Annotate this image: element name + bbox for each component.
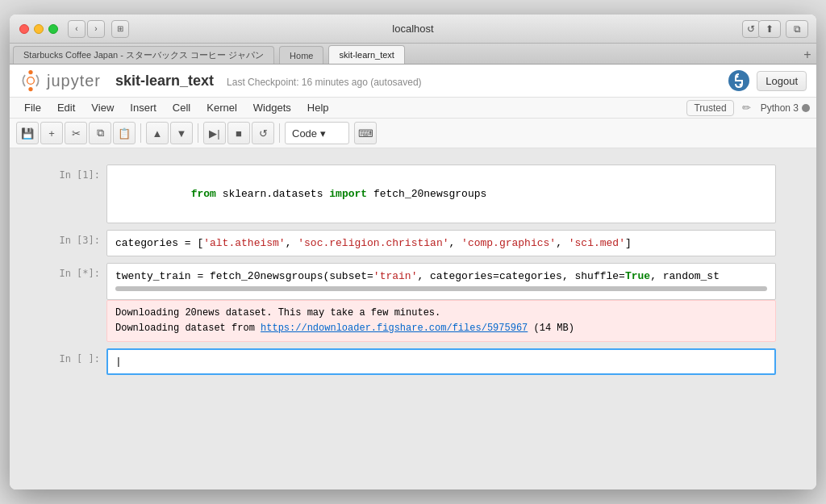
browser-window: ‹ › ⊞ localhost ↺ ⬆ ⧉ Starbucks Coffee J… — [10, 15, 816, 489]
tab-sklearn[interactable]: skit-learn_text — [328, 45, 404, 64]
toolbar-separator-1 — [140, 123, 141, 143]
notebook-area: In [1]: from sklearn.datasets import fet… — [10, 148, 816, 489]
nav-buttons: ‹ › — [68, 20, 105, 38]
cell-code-2: categories = ['alt.atheism', 'soc.religi… — [115, 235, 767, 252]
kernel-info: Python 3 — [761, 102, 810, 114]
window-icon: ⊞ — [111, 20, 129, 38]
cell-label-3: In [*]: — [50, 263, 106, 279]
cell-code-4[interactable]: | — [115, 354, 767, 370]
restart-button[interactable]: ↺ — [252, 122, 274, 144]
kernel-status-dot — [802, 104, 810, 112]
cell-1[interactable]: from sklearn.datasets import fetch_20new… — [106, 165, 776, 223]
jupyter-brand: jupyter — [47, 72, 101, 90]
jupyter-header: jupyter skit-learn_text Last Checkpoint:… — [10, 65, 816, 98]
cell-scroll-bar[interactable] — [115, 286, 767, 291]
svg-point-0 — [28, 70, 32, 74]
kernel-name: Python 3 — [761, 102, 799, 114]
traffic-lights — [19, 24, 58, 34]
title-bar: ‹ › ⊞ localhost ↺ ⬆ ⧉ — [10, 15, 816, 44]
logout-button[interactable]: Logout — [757, 71, 807, 91]
new-tab-button[interactable]: + — [799, 46, 816, 64]
header-right: Logout — [728, 69, 807, 92]
jupyter-logo: jupyter — [19, 69, 101, 92]
cell-code-3: twenty_train = fetch_20newsgroups(subset… — [115, 269, 767, 285]
menu-bar: File Edit View Insert Cell Kernel Widget… — [10, 98, 816, 119]
maximize-button[interactable] — [48, 24, 58, 34]
cut-button[interactable]: ✂ — [65, 122, 87, 144]
move-down-button[interactable]: ▼ — [170, 122, 193, 144]
stop-button[interactable]: ■ — [227, 122, 250, 144]
cell-container-3: In [*]: twenty_train = fetch_20newsgroup… — [50, 263, 776, 342]
share-buttons: ⬆ ⧉ — [758, 20, 808, 38]
cell-4[interactable]: | — [106, 348, 776, 376]
svg-point-1 — [28, 87, 32, 91]
tab-bar: Starbucks Coffee Japan - スターバックス コーヒー ジャ… — [10, 44, 816, 65]
run-step-button[interactable]: ▶| — [203, 122, 226, 144]
move-up-button[interactable]: ▲ — [146, 122, 169, 144]
cell-container-2: In [3]: categories = ['alt.atheism', 'so… — [50, 230, 776, 257]
menu-edit[interactable]: Edit — [49, 99, 83, 116]
toolbar: 💾 + ✂ ⧉ 📋 ▲ ▼ ▶| ■ ↺ Code ▾ ⌨ — [10, 119, 816, 148]
paste-button[interactable]: 📋 — [113, 122, 136, 144]
cell-container-4: In [ ]: | — [50, 348, 776, 376]
toolbar-separator-2 — [198, 123, 198, 143]
menu-view[interactable]: View — [83, 99, 122, 116]
save-button[interactable]: 💾 — [16, 122, 39, 144]
cell-output-3: Downloading 20news dataset. This may tak… — [106, 300, 776, 342]
copy-button[interactable]: ⧉ — [89, 122, 111, 144]
menu-widgets[interactable]: Widgets — [245, 99, 299, 116]
expand-button[interactable]: ⧉ — [786, 20, 808, 38]
reload-button[interactable]: ↺ — [742, 20, 760, 38]
jupyter-logo-icon — [19, 69, 42, 92]
window-title: localhost — [392, 23, 433, 35]
edit-pencil-icon[interactable]: ✏ — [742, 102, 751, 114]
menu-insert[interactable]: Insert — [122, 99, 165, 116]
close-button[interactable] — [19, 24, 29, 34]
python-logo-icon — [728, 69, 750, 92]
cell-label-4: In [ ]: — [50, 348, 106, 364]
cell-3[interactable]: twenty_train = fetch_20newsgroups(subset… — [106, 263, 776, 300]
cell-label-2: In [3]: — [50, 230, 106, 246]
svg-point-5 — [740, 84, 742, 86]
menu-cell[interactable]: Cell — [165, 99, 198, 116]
tab-starbucks[interactable]: Starbucks Coffee Japan - スターバックス コーヒー ジャ… — [13, 46, 274, 64]
output-link[interactable]: https://ndownloader.figshare.com/files/5… — [261, 323, 528, 334]
menu-file[interactable]: File — [16, 99, 49, 116]
cell-with-output-3: twenty_train = fetch_20newsgroups(subset… — [106, 263, 776, 342]
cell-type-dropdown[interactable]: Code ▾ — [285, 122, 349, 144]
cell-container-1: In [1]: from sklearn.datasets import fet… — [50, 165, 776, 223]
notebook-container: In [1]: from sklearn.datasets import fet… — [50, 165, 776, 375]
toolbar-separator-3 — [279, 123, 280, 143]
menu-kernel[interactable]: Kernel — [198, 99, 245, 116]
output-line-1: Downloading 20news dataset. This may tak… — [115, 306, 767, 321]
back-button[interactable]: ‹ — [68, 20, 86, 38]
minimize-button[interactable] — [34, 24, 44, 34]
add-cell-button[interactable]: + — [40, 122, 63, 144]
cell-label-1: In [1]: — [50, 165, 106, 181]
cell-code-1: from sklearn.datasets import fetch_20new… — [115, 170, 767, 218]
tab-home[interactable]: Home — [279, 46, 323, 64]
share-button[interactable]: ⬆ — [758, 20, 781, 38]
notebook-title[interactable]: skit-learn_text — [115, 73, 214, 90]
keyboard-shortcut-button[interactable]: ⌨ — [354, 122, 377, 144]
svg-point-4 — [736, 76, 739, 78]
trusted-badge[interactable]: Trusted — [686, 100, 733, 116]
cell-2[interactable]: categories = ['alt.atheism', 'soc.religi… — [106, 230, 776, 257]
svg-point-2 — [27, 77, 35, 85]
forward-button[interactable]: › — [87, 20, 105, 38]
output-line-2: Downloading dataset from https://ndownlo… — [115, 321, 767, 336]
checkpoint-info: Last Checkpoint: 16 minutes ago (autosav… — [227, 77, 421, 90]
menu-help[interactable]: Help — [299, 99, 337, 116]
